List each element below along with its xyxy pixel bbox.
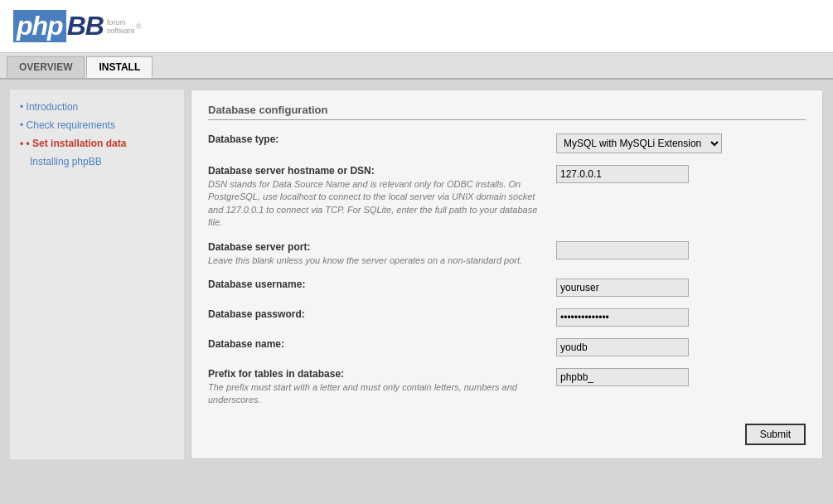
logo-subtitle-software: software [107, 27, 135, 35]
control-db-port [556, 241, 806, 259]
sidebar-item-check-requirements[interactable]: Check requirements [17, 118, 177, 133]
control-db-password [556, 308, 806, 327]
input-db-prefix[interactable] [556, 368, 689, 386]
sidebar-link-installing-phpbb[interactable]: Installing phpBB [30, 156, 102, 167]
control-db-type: MySQL with MySQLi Extension MySQL Postgr… [556, 133, 806, 153]
field-db-password: Database password: [208, 308, 806, 327]
label-db-username-text: Database username: [208, 279, 543, 290]
content-area: Database configuration Database type: My… [191, 90, 823, 459]
sidebar-item-installing-phpbb[interactable]: Installing phpBB [17, 154, 177, 169]
logo: phpBB forum software ® [13, 10, 142, 42]
field-db-port: Database server port: Leave this blank u… [208, 241, 806, 267]
tab-overview[interactable]: OVERVIEW [7, 56, 85, 78]
logo-subtitle-forum: forum [107, 18, 135, 27]
logo-php: php [13, 10, 66, 42]
logo-subtitle: forum software [107, 18, 135, 35]
label-db-hostname-text: Database server hostname or DSN: [208, 165, 543, 177]
input-db-username[interactable] [556, 279, 689, 297]
field-db-prefix: Prefix for tables in database: The prefi… [208, 368, 806, 407]
logo-trademark: ® [136, 22, 142, 31]
label-db-username: Database username: [208, 279, 556, 290]
desc-db-prefix: The prefix must start with a letter and … [208, 381, 543, 407]
input-db-hostname[interactable] [556, 165, 689, 183]
submit-row: Submit [208, 424, 806, 445]
label-db-port: Database server port: Leave this blank u… [208, 241, 556, 267]
label-db-hostname: Database server hostname or DSN: DSN sta… [208, 165, 556, 230]
control-db-username [556, 279, 806, 297]
input-db-password[interactable] [556, 308, 689, 327]
field-db-type: Database type: MySQL with MySQLi Extensi… [208, 133, 806, 153]
sidebar-link-check-requirements[interactable]: Check requirements [27, 119, 115, 131]
control-db-name [556, 338, 806, 356]
control-db-hostname [556, 165, 806, 183]
main-layout: Introduction Check requirements • Set in… [0, 80, 833, 469]
label-db-prefix-text: Prefix for tables in database: [208, 368, 543, 380]
logo-bb: BB [67, 11, 104, 41]
control-db-prefix [556, 368, 806, 386]
sidebar: Introduction Check requirements • Set in… [10, 90, 184, 459]
section-title: Database configuration [208, 104, 806, 120]
sidebar-label-set-installation-data: Set installation data [32, 138, 126, 149]
desc-db-port: Leave this blank unless you know the ser… [208, 254, 543, 267]
field-db-username: Database username: [208, 279, 806, 297]
label-db-password: Database password: [208, 308, 556, 320]
header: phpBB forum software ® [0, 0, 833, 53]
sidebar-link-introduction[interactable]: Introduction [27, 101, 79, 113]
label-db-name: Database name: [208, 338, 556, 350]
field-db-hostname: Database server hostname or DSN: DSN sta… [208, 165, 806, 230]
label-db-name-text: Database name: [208, 338, 543, 350]
input-db-name[interactable] [556, 338, 689, 356]
desc-db-hostname: DSN stands for Data Source Name and is r… [208, 178, 543, 230]
tab-install[interactable]: INSTALL [86, 56, 153, 78]
label-db-port-text: Database server port: [208, 241, 543, 253]
label-db-type: Database type: [208, 133, 556, 145]
label-db-prefix: Prefix for tables in database: The prefi… [208, 368, 556, 407]
label-db-type-text: Database type: [208, 133, 543, 145]
sidebar-item-introduction[interactable]: Introduction [17, 99, 177, 114]
input-db-port[interactable] [556, 241, 689, 259]
select-db-type[interactable]: MySQL with MySQLi Extension MySQL Postgr… [556, 133, 722, 153]
sidebar-item-set-installation-data: • Set installation data [17, 136, 177, 151]
sidebar-active-bullet: • [27, 138, 33, 149]
tabs-bar: OVERVIEW INSTALL [0, 53, 833, 80]
submit-button[interactable]: Submit [745, 424, 806, 445]
field-db-name: Database name: [208, 338, 806, 356]
label-db-password-text: Database password: [208, 308, 543, 320]
